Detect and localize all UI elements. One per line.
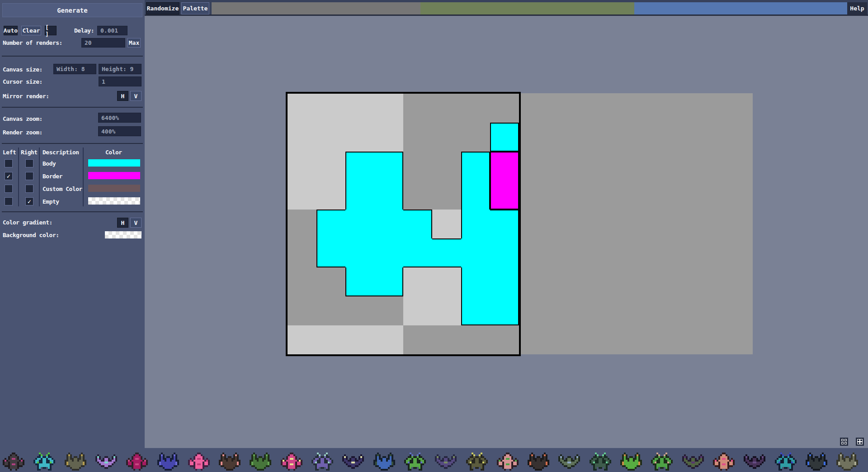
body-pixel[interactable] bbox=[490, 296, 519, 325]
color-gradient-label: Color gradient: bbox=[3, 219, 52, 226]
background-color-label: Background color: bbox=[3, 232, 59, 238]
body-pixel[interactable] bbox=[461, 210, 490, 238]
pixel-canvas[interactable] bbox=[286, 92, 521, 356]
border-right-checkbox[interactable] bbox=[25, 172, 33, 180]
cursor-size-input[interactable] bbox=[99, 76, 142, 86]
background-color-swatch[interactable] bbox=[105, 231, 142, 238]
body-pixel[interactable] bbox=[345, 152, 374, 181]
border-pixel[interactable] bbox=[490, 152, 519, 181]
body-pixel[interactable] bbox=[490, 238, 519, 267]
mirror-v-toggle[interactable]: V bbox=[130, 91, 142, 101]
border-pixel[interactable] bbox=[490, 181, 519, 210]
body-pixel[interactable] bbox=[461, 238, 490, 267]
body-pixel[interactable] bbox=[316, 238, 345, 267]
sprite-thumbnail[interactable] bbox=[618, 451, 620, 453]
sprite-thumbnail[interactable] bbox=[495, 451, 497, 453]
body-pixel[interactable] bbox=[461, 152, 490, 181]
empty-right-checkbox[interactable]: ✓ bbox=[25, 197, 33, 205]
max-button[interactable]: Max bbox=[127, 38, 141, 48]
sprite-thumbnail[interactable] bbox=[402, 451, 404, 453]
marquee-select-icon[interactable]: [ ] bbox=[45, 26, 57, 35]
sprite-thumbnail[interactable] bbox=[835, 451, 836, 453]
body-pixel[interactable] bbox=[374, 210, 403, 238]
body-pixel[interactable] bbox=[316, 210, 345, 238]
grid-view-icon[interactable] bbox=[856, 438, 864, 446]
body-pixel[interactable] bbox=[345, 181, 374, 210]
sprite-thumbnail[interactable] bbox=[372, 451, 373, 453]
body-left-checkbox[interactable] bbox=[5, 159, 13, 167]
delay-input[interactable] bbox=[97, 26, 127, 35]
tile-view-icon[interactable] bbox=[840, 438, 848, 446]
border-color-swatch[interactable] bbox=[88, 172, 140, 179]
body-pixel[interactable] bbox=[374, 238, 403, 267]
sprite-thumbnail[interactable] bbox=[742, 451, 744, 453]
sprite-thumbnail[interactable] bbox=[156, 451, 157, 453]
randomize-button[interactable]: Randomize bbox=[146, 2, 179, 14]
tile-square bbox=[844, 442, 847, 444]
body-pixel[interactable] bbox=[374, 267, 403, 296]
sprite-thumbnail[interactable] bbox=[649, 451, 651, 453]
body-pixel[interactable] bbox=[403, 238, 432, 267]
divider bbox=[2, 143, 143, 144]
body-pixel[interactable] bbox=[461, 296, 490, 325]
canvas-width-input[interactable] bbox=[53, 64, 96, 74]
sprite-thumbnail[interactable] bbox=[526, 451, 528, 453]
gradient-v-toggle[interactable]: V bbox=[130, 218, 142, 228]
custom-left-checkbox[interactable] bbox=[5, 185, 13, 193]
mirror-h-toggle[interactable]: H bbox=[117, 91, 128, 101]
body-pixel[interactable] bbox=[345, 267, 374, 296]
body-color-swatch[interactable] bbox=[88, 159, 140, 167]
body-pixel[interactable] bbox=[432, 238, 461, 267]
render-preview-panel[interactable] bbox=[521, 93, 753, 354]
sprite-thumbnail[interactable] bbox=[32, 451, 33, 453]
body-pixel[interactable] bbox=[461, 181, 490, 210]
auto-button[interactable]: Auto bbox=[4, 26, 18, 35]
body-pixel[interactable] bbox=[490, 210, 519, 238]
custom-right-checkbox[interactable] bbox=[25, 185, 33, 193]
sprite-thumbnail[interactable] bbox=[433, 451, 435, 453]
body-pixel[interactable] bbox=[403, 210, 432, 238]
border-left-checkbox[interactable]: ✓ bbox=[5, 172, 13, 180]
sprite-thumbnail[interactable] bbox=[1, 451, 3, 453]
sprite-thumbnail[interactable] bbox=[248, 451, 250, 453]
body-pixel[interactable] bbox=[490, 123, 519, 152]
sprite-thumbnail[interactable] bbox=[124, 451, 126, 453]
sprite-thumbnail[interactable] bbox=[680, 451, 682, 453]
custom-color-swatch[interactable] bbox=[88, 185, 140, 192]
empty-left-checkbox[interactable] bbox=[5, 197, 13, 205]
sprite-thumbnail[interactable] bbox=[557, 451, 558, 453]
palette-strip-color-1[interactable] bbox=[212, 2, 420, 14]
canvas-zoom-input[interactable] bbox=[98, 113, 141, 123]
body-right-checkbox[interactable] bbox=[25, 159, 33, 167]
sprite-thumbnail[interactable] bbox=[340, 451, 342, 453]
palette-strip-color-3[interactable] bbox=[634, 2, 848, 14]
palette-strip-color-2[interactable] bbox=[420, 2, 634, 14]
help-button[interactable]: Help bbox=[847, 2, 867, 14]
sprite-thumbnail[interactable] bbox=[310, 451, 311, 453]
body-pixel[interactable] bbox=[374, 181, 403, 210]
body-pixel[interactable] bbox=[490, 267, 519, 296]
render-zoom-input[interactable] bbox=[98, 126, 141, 136]
sprite-thumbnail[interactable] bbox=[63, 451, 65, 453]
renders-input[interactable] bbox=[81, 38, 125, 48]
gradient-h-toggle[interactable]: H bbox=[117, 218, 128, 228]
canvas-height-input[interactable] bbox=[99, 64, 142, 74]
body-pixel[interactable] bbox=[461, 267, 490, 296]
body-pixel[interactable] bbox=[345, 238, 374, 267]
sprite-thumbnail[interactable] bbox=[464, 451, 466, 453]
sprite-thumbnail[interactable] bbox=[711, 451, 713, 453]
row-label-border: Border bbox=[42, 173, 62, 180]
sprite-thumbnail[interactable] bbox=[186, 451, 188, 453]
generate-button[interactable]: Generate bbox=[2, 3, 142, 17]
sprite-thumbnail[interactable] bbox=[773, 451, 775, 453]
sprite-thumbnail[interactable] bbox=[588, 451, 590, 453]
body-pixel[interactable] bbox=[345, 210, 374, 238]
palette-button[interactable]: Palette bbox=[181, 2, 209, 14]
sprite-thumbnail[interactable] bbox=[217, 451, 219, 453]
empty-color-swatch[interactable] bbox=[88, 197, 140, 205]
sprite-thumbnail[interactable] bbox=[94, 451, 95, 453]
sprite-thumbnail[interactable] bbox=[804, 451, 806, 453]
sprite-thumbnail[interactable] bbox=[279, 451, 281, 453]
clear-button[interactable]: Clear bbox=[21, 26, 41, 35]
body-pixel[interactable] bbox=[374, 152, 403, 181]
